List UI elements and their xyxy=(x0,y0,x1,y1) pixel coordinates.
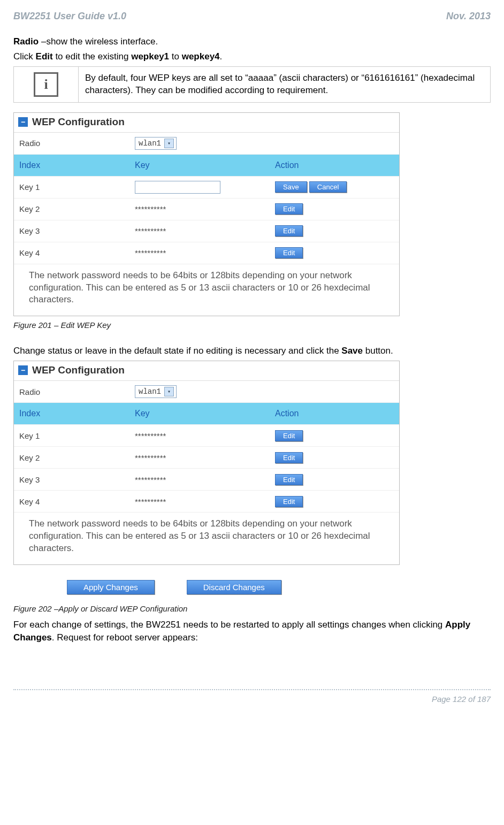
panel-title: WEP Configuration xyxy=(32,116,125,128)
table-row: Key 1 Save Cancel xyxy=(14,177,399,198)
key1-input[interactable] xyxy=(135,181,220,194)
mid-text-bold: Save xyxy=(341,346,363,356)
apply-discard-bar: Apply Changes Discard Changes xyxy=(13,565,491,600)
col-key: Key xyxy=(132,156,272,174)
intro-radio-label: Radio xyxy=(13,36,39,47)
header-right: Nov. 2013 xyxy=(446,11,491,22)
key-label: Key 3 xyxy=(14,471,132,488)
key-value: ********** xyxy=(132,222,272,240)
key-value: ********** xyxy=(132,471,272,488)
table-header-row: Index Key Action xyxy=(14,155,399,177)
radio-row: Radio wlan1 ▾ xyxy=(14,381,399,403)
intro-line2: Click Edit to edit the existing wepkey1 … xyxy=(13,50,491,63)
table-row: Key 1 ********** Edit xyxy=(14,425,399,447)
key-label: Key 4 xyxy=(14,244,132,262)
footer-divider xyxy=(13,689,491,690)
collapse-icon[interactable]: − xyxy=(18,365,28,375)
chevron-down-icon: ▾ xyxy=(164,387,174,396)
col-index: Index xyxy=(14,156,132,174)
edit-button[interactable]: Edit xyxy=(275,452,303,463)
figure-caption-202: Figure 202 –Apply or Discard WEP Configu… xyxy=(13,604,491,613)
intro-line2-end: . xyxy=(220,51,223,62)
radio-value: wlan1 xyxy=(139,387,161,396)
mid-text-end: button. xyxy=(363,346,393,356)
info-icon: i xyxy=(34,72,58,97)
mid-text: Change status or leave in the default st… xyxy=(13,345,491,357)
col-action: Action xyxy=(272,404,399,423)
col-index: Index xyxy=(14,404,132,423)
col-key: Key xyxy=(132,404,272,423)
table-header-row: Index Key Action xyxy=(14,403,399,425)
outro-pre: For each change of settings, the BW2251 … xyxy=(13,620,445,630)
radio-value: wlan1 xyxy=(139,139,161,148)
save-button[interactable]: Save xyxy=(275,181,307,193)
panel-title-row: − WEP Configuration xyxy=(14,113,399,133)
page-header: BW2251 User Guide v1.0 Nov. 2013 xyxy=(13,11,491,22)
collapse-icon[interactable]: − xyxy=(18,117,28,127)
table-row: Key 2 ********** Edit xyxy=(14,198,399,220)
key-label: Key 3 xyxy=(14,222,132,240)
radio-select[interactable]: wlan1 ▾ xyxy=(135,385,177,398)
edit-button[interactable]: Edit xyxy=(275,247,303,258)
key-value: ********** xyxy=(132,200,272,218)
intro-line2-mid: to edit the existing xyxy=(53,51,131,62)
key-value: ********** xyxy=(132,493,272,510)
intro-line2-mid2: to xyxy=(169,51,182,62)
intro-wepkey4-bold: wepkey4 xyxy=(182,51,220,62)
table-row: Key 2 ********** Edit xyxy=(14,447,399,469)
header-left: BW2251 User Guide v1.0 xyxy=(13,11,126,22)
key-label: Key 1 xyxy=(14,427,132,445)
panel-title-row: − WEP Configuration xyxy=(14,361,399,381)
key-label: Key 2 xyxy=(14,200,132,218)
key-value: ********** xyxy=(132,427,272,445)
intro-wepkey1-bold: wepkey1 xyxy=(131,51,169,62)
radio-select-cell: wlan1 ▾ xyxy=(132,133,272,154)
key-value: ********** xyxy=(132,449,272,467)
intro-line2-pre: Click xyxy=(13,51,36,62)
page-footer: Page 122 of 187 xyxy=(0,692,504,711)
radio-row: Radio wlan1 ▾ xyxy=(14,133,399,155)
mid-text-pre: Change status or leave in the default st… xyxy=(13,346,341,356)
panel-title: WEP Configuration xyxy=(32,364,125,376)
outro-text: For each change of settings, the BW2251 … xyxy=(13,618,491,644)
radio-label: Radio xyxy=(14,383,132,401)
col-action: Action xyxy=(272,156,399,174)
figure-caption-201: Figure 201 – Edit WEP Key xyxy=(13,320,491,330)
cancel-button[interactable]: Cancel xyxy=(309,181,347,193)
key-label: Key 2 xyxy=(14,449,132,467)
panel-note: The network password needs to be 64bits … xyxy=(14,513,399,564)
edit-button[interactable]: Edit xyxy=(275,430,303,441)
key-label: Key 4 xyxy=(14,493,132,510)
table-row: Key 3 ********** Edit xyxy=(14,220,399,242)
edit-button[interactable]: Edit xyxy=(275,474,303,485)
table-row: Key 4 ********** Edit xyxy=(14,242,399,264)
radio-select[interactable]: wlan1 ▾ xyxy=(135,137,177,150)
radio-select-cell: wlan1 ▾ xyxy=(132,381,272,402)
discard-changes-button[interactable]: Discard Changes xyxy=(187,580,281,594)
radio-label: Radio xyxy=(14,134,132,152)
apply-changes-button[interactable]: Apply Changes xyxy=(67,580,155,594)
key-value: ********** xyxy=(132,244,272,262)
edit-button[interactable]: Edit xyxy=(275,225,303,236)
key-label: Key 1 xyxy=(14,178,132,196)
outro-end: . Request for reboot server appears: xyxy=(52,632,198,643)
note-text: By default, four WEP keys are all set to… xyxy=(79,66,491,102)
intro-line1-rest: –show the wireless interface. xyxy=(39,36,158,47)
chevron-down-icon: ▾ xyxy=(164,139,174,148)
intro-edit-bold: Edit xyxy=(36,51,53,62)
panel-note: The network password needs to be 64bits … xyxy=(14,264,399,316)
wep-panel-2: − WEP Configuration Radio wlan1 ▾ Index … xyxy=(13,361,400,565)
wep-panel-1: − WEP Configuration Radio wlan1 ▾ Index … xyxy=(13,112,400,317)
table-row: Key 4 ********** Edit xyxy=(14,491,399,513)
edit-button[interactable]: Edit xyxy=(275,496,303,507)
table-row: Key 3 ********** Edit xyxy=(14,469,399,491)
edit-button[interactable]: Edit xyxy=(275,203,303,215)
note-icon-cell: i xyxy=(14,66,79,102)
intro-line1: Radio –show the wireless interface. xyxy=(13,35,491,48)
note-box: i By default, four WEP keys are all set … xyxy=(13,66,491,103)
